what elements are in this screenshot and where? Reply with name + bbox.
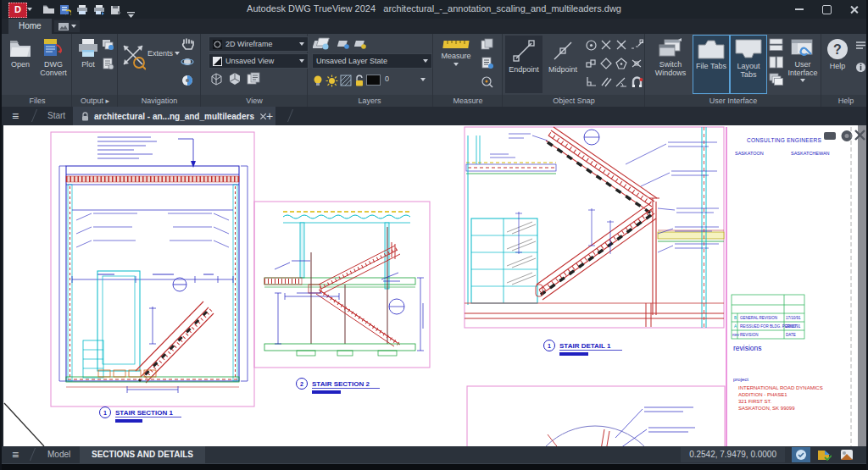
steering-wheel-icon[interactable] (180, 73, 195, 88)
panel-label-object-snap: Object Snap (504, 96, 644, 107)
lock-icon (81, 112, 89, 121)
plot-button[interactable]: Plot (75, 36, 102, 93)
tab-start[interactable]: Start (39, 107, 74, 125)
layer-unlock-icon[interactable] (352, 73, 367, 88)
view-cube-icon[interactable] (209, 71, 224, 86)
named-view-value: Unsaved View (225, 57, 274, 65)
layer-color-swatch[interactable] (366, 75, 381, 86)
tile-horizontally-icon[interactable] (768, 36, 783, 52)
snap-perpendicular-icon[interactable] (583, 75, 598, 90)
snap-parallel-icon[interactable] (598, 75, 614, 90)
batch-plot-icon[interactable] (100, 37, 115, 53)
plot-label: Plot (81, 60, 95, 69)
file-tab-menu-icon[interactable]: ≡ (12, 109, 19, 123)
snap-extension-icon[interactable] (629, 37, 644, 53)
close-button[interactable] (841, 0, 866, 19)
zoom-extents-icon[interactable] (120, 42, 146, 75)
minimize-button[interactable] (787, 0, 812, 19)
svg-text:17/10/91: 17/10/91 (786, 316, 801, 320)
snap-insertion-icon[interactable] (583, 56, 598, 71)
svg-text:20/11/91: 20/11/91 (786, 324, 801, 329)
layer-state-select[interactable]: Unsaved Layer State (312, 53, 432, 69)
endpoint-icon (511, 38, 537, 64)
status-menu-icon[interactable]: ≡ (12, 448, 19, 462)
layer-properties-icon[interactable] (312, 36, 331, 51)
panel-navigation: Extents Navigation (119, 34, 201, 107)
help-list-icon[interactable] (853, 37, 868, 53)
panel-label-view: View (202, 96, 307, 107)
sheet-set-icon[interactable] (246, 71, 261, 86)
svg-text:2: 2 (300, 381, 303, 387)
caret-down-icon (71, 25, 76, 28)
zoom-extents-dropdown[interactable]: Extents (147, 49, 180, 58)
panel-help: ? Help Help (822, 34, 868, 107)
snap-intersection-icon[interactable] (614, 37, 629, 53)
paper-edge-gray (858, 125, 868, 446)
tab-layout-active[interactable]: SECTIONS AND DETAILS (80, 446, 205, 463)
annotation-scale-icon[interactable] (814, 447, 834, 462)
layer-thaw-sun-icon[interactable] (324, 73, 339, 88)
tab-home[interactable]: Home (8, 19, 52, 34)
snap-quadrant-icon[interactable] (598, 56, 614, 71)
annotation-monitor-icon[interactable] (792, 447, 810, 462)
quick-measure-icon[interactable] (480, 36, 495, 52)
snap-endpoint-button[interactable]: Endpoint (505, 36, 542, 93)
svg-text:SASKATOON, SK 99099: SASKATOON, SK 99099 (738, 406, 795, 411)
plot-icon (77, 38, 99, 58)
layer-select-caret-icon[interactable] (420, 78, 426, 81)
dwg-convert-button[interactable]: DWG Convert (37, 36, 70, 93)
orbit-icon[interactable] (180, 54, 195, 69)
measure-button[interactable]: Measure (437, 36, 475, 93)
svg-text:A: A (734, 324, 737, 329)
area-measure-icon[interactable] (480, 74, 495, 89)
snap-midpoint-button[interactable]: Midpoint (544, 36, 581, 93)
switch-windows-button[interactable]: Switch Windows (651, 36, 690, 93)
cascade-icon[interactable] (768, 72, 783, 87)
user-interface-label: User Interface (786, 60, 820, 78)
svg-text:REV: REV (732, 333, 740, 337)
workspace-dropdown[interactable] (54, 20, 80, 32)
named-view-select[interactable]: Unsaved View (209, 53, 309, 69)
open-button[interactable]: Open (5, 36, 36, 93)
snap-geometric-center-icon[interactable] (614, 56, 629, 71)
snap-nearest-icon[interactable] (629, 56, 644, 71)
export-pdf-icon[interactable] (100, 56, 115, 71)
snap-center-icon[interactable] (583, 37, 598, 53)
measure-label: Measure (441, 52, 470, 60)
panel-files: Open DWG Convert Files (3, 34, 72, 107)
snap-node-icon[interactable] (598, 37, 614, 53)
tab-model[interactable]: Model (41, 446, 77, 463)
extents-label: Extents (147, 49, 173, 58)
maximize-button[interactable] (814, 0, 839, 19)
snap-apparent-icon[interactable] (614, 75, 629, 90)
city-right-text: SASKATCHEWAN (791, 151, 830, 156)
user-interface-button[interactable]: User Interface (785, 36, 821, 93)
drawing-canvas[interactable]: .pk{stroke:#e896d8;fill:none;stroke-widt… (3, 125, 868, 446)
pan-icon[interactable] (180, 36, 195, 51)
svg-text:321 FIRST ST.: 321 FIRST ST. (738, 399, 772, 404)
tile-vertically-icon[interactable] (768, 54, 783, 69)
panel-view: 2D Wireframe Unsaved View View (202, 34, 308, 107)
visual-style-value: 2D Wireframe (225, 40, 273, 48)
info-icon[interactable] (853, 59, 868, 75)
layout-tabs-button[interactable]: Layout Tabs (731, 36, 766, 93)
named-view-icon (213, 57, 222, 66)
panel-label-files: Files (3, 96, 71, 107)
tab-active-document[interactable]: architectural - an...ng_and_multileaders (73, 107, 275, 125)
new-tab-button[interactable]: + (266, 107, 273, 125)
layer-state-value: Unsaved Layer State (316, 57, 387, 65)
file-tabs-button[interactable]: File Tabs (693, 36, 729, 93)
visual-style-select[interactable]: 2D Wireframe (209, 36, 309, 52)
panel-label-measure: Measure (434, 96, 502, 107)
isolate-objects-icon[interactable] (837, 447, 856, 462)
endpoint-label: Endpoint (509, 65, 539, 74)
isometric-view-icon[interactable] (227, 71, 242, 86)
layer-isolate-icon[interactable] (353, 36, 368, 52)
snap-magnet-icon[interactable] (629, 75, 644, 90)
list-measure-icon[interactable] (480, 55, 495, 70)
help-button[interactable]: ? Help (824, 36, 851, 93)
layer-state-icon[interactable] (336, 36, 351, 52)
status-bar: ≡ Model SECTIONS AND DETAILS 0.2542, 7.9… (2, 446, 866, 463)
panel-label-navigation: Navigation (119, 96, 200, 107)
dwg-convert-label: DWG Convert (37, 60, 70, 78)
